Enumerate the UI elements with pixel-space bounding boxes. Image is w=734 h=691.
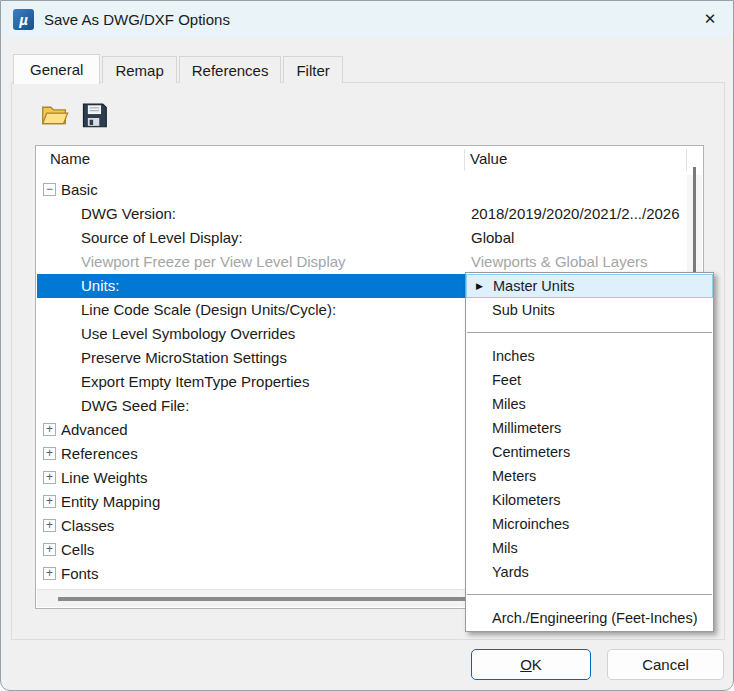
close-button[interactable]: ✕ xyxy=(695,6,725,32)
row-name: Use Level Symbology Overrides xyxy=(81,322,295,346)
tab-references[interactable]: References xyxy=(179,56,282,83)
menu-item-label: Yards xyxy=(492,564,529,580)
row-value: Global xyxy=(471,226,514,250)
microstation-logo-icon: µ xyxy=(13,9,34,30)
menu-item-feet[interactable]: Feet xyxy=(466,368,713,392)
table-row-source-of-level-display[interactable]: Source of Level Display: Global xyxy=(37,226,688,250)
menu-item-label: Inches xyxy=(492,348,535,364)
tab-general[interactable]: General xyxy=(13,54,100,84)
units-dropdown-menu: ▶ Master Units Sub Units Inches Feet Mil… xyxy=(465,272,714,632)
table-row-viewport-freeze: Viewport Freeze per View Level Display V… xyxy=(37,250,688,274)
close-icon: ✕ xyxy=(704,10,717,28)
menu-item-label: Arch./Engineering (Feet-Inches) xyxy=(492,610,698,626)
column-header-value: Value xyxy=(470,150,507,167)
row-name: Units: xyxy=(81,274,119,298)
tab-label: Remap xyxy=(115,62,163,79)
row-name: Basic xyxy=(61,178,98,202)
save-settings-button[interactable] xyxy=(77,97,111,131)
expand-icon[interactable]: + xyxy=(43,423,56,436)
expand-icon[interactable]: + xyxy=(43,471,56,484)
ok-button-label: O xyxy=(520,656,532,673)
expand-icon[interactable]: + xyxy=(43,447,56,460)
tab-filter[interactable]: Filter xyxy=(283,56,342,83)
cancel-button[interactable]: Cancel xyxy=(607,649,724,680)
expand-icon[interactable]: + xyxy=(43,543,56,556)
menu-item-label: Centimeters xyxy=(492,444,570,460)
open-folder-icon xyxy=(40,100,69,129)
row-name: Fonts xyxy=(61,562,99,586)
row-name: Preserve MicroStation Settings xyxy=(81,346,287,370)
menu-item-label: Mils xyxy=(492,540,518,556)
tab-label: General xyxy=(30,61,83,78)
column-header-name: Name xyxy=(50,150,90,167)
tab-strip: General Remap References Filter xyxy=(13,53,343,83)
menu-item-kilometers[interactable]: Kilometers xyxy=(466,488,713,512)
row-value: Viewports & Global Layers xyxy=(471,250,647,274)
menu-item-miles[interactable]: Miles xyxy=(466,392,713,416)
menu-item-label: Microinches xyxy=(492,516,569,532)
column-divider xyxy=(686,149,687,171)
table-row-dwg-version[interactable]: DWG Version: 2018/2019/2020/2021/2.../20… xyxy=(37,202,688,226)
save-floppy-icon xyxy=(80,100,108,129)
menu-item-meters[interactable]: Meters xyxy=(466,464,713,488)
tab-label: Filter xyxy=(296,62,329,79)
row-name: Source of Level Display: xyxy=(81,226,243,250)
row-value: 2018/2019/2020/2021/2.../2026 xyxy=(471,202,680,226)
row-name: Cells xyxy=(61,538,94,562)
menu-item-label: Kilometers xyxy=(492,492,561,508)
row-name: Export Empty ItemType Properties xyxy=(81,370,309,394)
tab-label: References xyxy=(192,62,269,79)
menu-item-label: Millimeters xyxy=(492,420,561,436)
title-bar: µ Save As DWG/DXF Options ✕ xyxy=(1,1,733,37)
menu-separator xyxy=(466,322,713,344)
menu-item-inches[interactable]: Inches xyxy=(466,344,713,368)
row-name: DWG Seed File: xyxy=(81,394,189,418)
menu-item-label: Master Units xyxy=(493,278,574,294)
menu-item-millimeters[interactable]: Millimeters xyxy=(466,416,713,440)
expand-icon[interactable]: + xyxy=(43,567,56,580)
row-name: Advanced xyxy=(61,418,128,442)
menu-item-mils[interactable]: Mils xyxy=(466,536,713,560)
row-name: Viewport Freeze per View Level Display xyxy=(81,250,346,274)
row-name: Classes xyxy=(61,514,114,538)
menu-item-label: Miles xyxy=(492,396,526,412)
window-title: Save As DWG/DXF Options xyxy=(44,11,230,28)
row-name: Entity Mapping xyxy=(61,490,160,514)
menu-item-yards[interactable]: Yards xyxy=(466,560,713,584)
current-selection-arrow-icon: ▶ xyxy=(476,275,483,297)
row-name: Line Weights xyxy=(61,466,147,490)
menu-separator xyxy=(466,584,713,606)
menu-item-label: Meters xyxy=(492,468,536,484)
menu-item-sub-units[interactable]: Sub Units xyxy=(466,298,713,322)
tab-remap[interactable]: Remap xyxy=(102,56,176,83)
collapse-icon[interactable]: − xyxy=(43,183,56,196)
row-name: DWG Version: xyxy=(81,202,176,226)
menu-item-label: Sub Units xyxy=(492,302,555,318)
table-row-basic[interactable]: − Basic xyxy=(37,178,688,202)
table-header: Name Value xyxy=(36,146,703,175)
menu-item-microinches[interactable]: Microinches xyxy=(466,512,713,536)
ok-button-label-rest: K xyxy=(532,656,542,673)
menu-item-arch-engineering[interactable]: Arch./Engineering (Feet-Inches) xyxy=(466,606,713,630)
menu-item-label: Feet xyxy=(492,372,521,388)
vertical-scrollbar-thumb[interactable] xyxy=(693,167,696,272)
expand-icon[interactable]: + xyxy=(43,519,56,532)
save-as-dwg-dxf-options-dialog: µ Save As DWG/DXF Options ✕ General Rema… xyxy=(0,0,734,691)
open-file-button[interactable] xyxy=(37,97,71,131)
cancel-button-label: Cancel xyxy=(642,656,689,673)
ok-button[interactable]: OK xyxy=(471,649,591,680)
row-name: Line Code Scale (Design Units/Cycle): xyxy=(81,298,336,322)
expand-icon[interactable]: + xyxy=(43,495,56,508)
menu-item-centimeters[interactable]: Centimeters xyxy=(466,440,713,464)
menu-item-master-units[interactable]: ▶ Master Units xyxy=(466,274,713,298)
column-divider xyxy=(464,149,465,171)
row-name: References xyxy=(61,442,138,466)
